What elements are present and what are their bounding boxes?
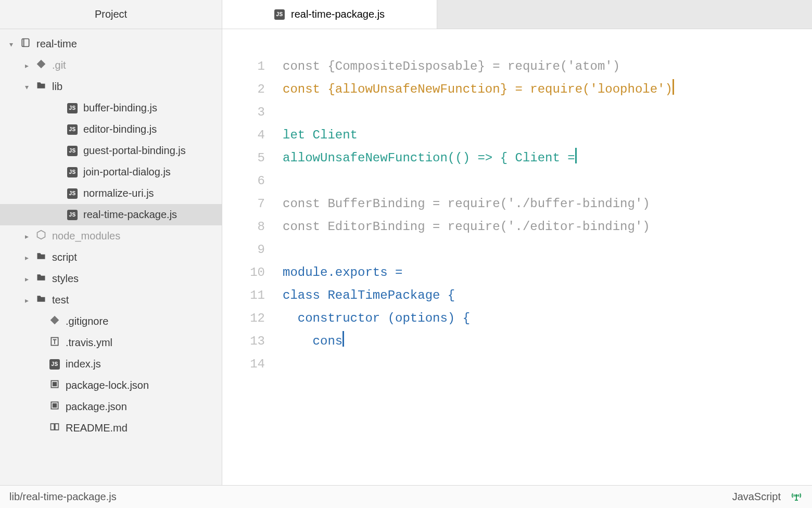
chevron-icon[interactable]: ▸ xyxy=(23,232,30,240)
chevron-icon[interactable]: ▾ xyxy=(7,40,15,48)
tree-item-label: guest-portal-binding.js xyxy=(83,145,186,157)
tree-item-label: real-time xyxy=(36,38,77,50)
code-token: allowUnsafeNewFunction(() => { Client = xyxy=(283,151,575,165)
tree-item[interactable]: ▸test xyxy=(0,289,222,311)
code-line[interactable]: class RealTimePackage { xyxy=(283,284,812,307)
svg-rect-0 xyxy=(22,39,29,47)
tree-item[interactable]: JSeditor-binding.js xyxy=(0,119,222,140)
js-icon: JS xyxy=(67,145,78,157)
node-icon xyxy=(35,231,47,242)
tree-item[interactable]: package.json xyxy=(0,396,222,417)
line-number: 6 xyxy=(222,170,265,193)
tree-item-label: buffer-binding.js xyxy=(83,102,157,114)
tree-item[interactable]: ▸script xyxy=(0,247,222,268)
tree-item[interactable]: JSbuffer-binding.js xyxy=(0,97,222,119)
tab-label: real-time-package.js xyxy=(291,8,385,20)
code-line[interactable] xyxy=(283,170,812,193)
line-number: 10 xyxy=(222,261,265,284)
tree-item[interactable]: ▸styles xyxy=(0,268,222,289)
js-icon: JS xyxy=(67,167,78,178)
code-line[interactable]: const EditorBinding = require('./editor-… xyxy=(283,215,812,238)
tree-item-label: editor-binding.js xyxy=(83,123,157,135)
broadcast-icon[interactable] xyxy=(790,489,803,504)
tree-item[interactable]: ▸node_modules xyxy=(0,225,222,247)
text-icon xyxy=(49,337,60,349)
tree-item-label: .gitignore xyxy=(66,315,108,327)
tree-item[interactable]: .gitignore xyxy=(0,311,222,332)
json-icon xyxy=(49,401,60,413)
tree-item[interactable]: ▸.git xyxy=(0,55,222,76)
line-number: 7 xyxy=(222,193,265,215)
folder-icon xyxy=(35,81,47,93)
line-number: 2 xyxy=(222,78,265,101)
text-editor[interactable]: 1234567891011121314 const {CompositeDisp… xyxy=(222,29,812,485)
line-number: 1 xyxy=(222,55,265,78)
tree-item[interactable]: README.md xyxy=(0,417,222,439)
book-icon xyxy=(49,423,60,434)
tree-item-label: README.md xyxy=(66,422,128,434)
code-token: class RealTimePackage { xyxy=(283,288,455,302)
code-line[interactable]: const {allowUnsafeNewFunction} = require… xyxy=(283,78,812,101)
sidebar-title: Project xyxy=(0,0,222,29)
tab-bar[interactable]: JS real-time-package.js xyxy=(222,0,812,29)
tree-item-label: package.json xyxy=(66,401,127,413)
repo-icon xyxy=(20,39,31,50)
line-number: 3 xyxy=(222,101,265,124)
tree-item[interactable]: .travis.yml xyxy=(0,332,222,353)
chevron-icon[interactable]: ▾ xyxy=(23,83,30,91)
chevron-icon[interactable]: ▸ xyxy=(23,253,30,262)
tree-item-label: join-portal-dialog.js xyxy=(83,166,171,178)
code-line[interactable]: constructor (options) { xyxy=(283,307,812,330)
status-bar: lib/real-time-package.js JavaScript xyxy=(0,485,812,508)
tree-item[interactable]: JSindex.js xyxy=(0,353,222,375)
code-token: const BufferBinding = require('./buffer-… xyxy=(283,197,650,211)
tree-item-label: .git xyxy=(52,59,66,71)
code-token: const {CompositeDisposable} = require('a… xyxy=(283,59,620,73)
chevron-icon[interactable]: ▸ xyxy=(23,296,30,304)
code-line[interactable]: const {CompositeDisposable} = require('a… xyxy=(283,55,812,78)
code-content[interactable]: const {CompositeDisposable} = require('a… xyxy=(283,55,812,485)
collaborator-cursor xyxy=(575,148,577,163)
chevron-icon[interactable]: ▸ xyxy=(23,61,30,70)
js-file-icon: JS xyxy=(274,9,285,20)
tree-item[interactable]: JSguest-portal-binding.js xyxy=(0,140,222,161)
tree-item[interactable]: JSnormalize-uri.js xyxy=(0,183,222,204)
code-token: module.exports = xyxy=(283,265,402,280)
line-number: 8 xyxy=(222,215,265,238)
js-icon: JS xyxy=(67,103,78,114)
editor-area: JS real-time-package.js 1234567891011121… xyxy=(222,0,812,485)
status-grammar[interactable]: JavaScript xyxy=(732,491,781,503)
code-line[interactable]: cons xyxy=(283,330,812,353)
js-icon: JS xyxy=(49,359,60,370)
code-line[interactable] xyxy=(283,353,812,376)
git-icon xyxy=(49,316,60,327)
chevron-icon[interactable]: ▸ xyxy=(23,275,30,283)
file-tree[interactable]: ▾real-time▸.git▾libJSbuffer-binding.jsJS… xyxy=(0,29,222,485)
json-icon xyxy=(49,380,60,391)
tree-item[interactable]: package-lock.json xyxy=(0,375,222,396)
tree-item-label: script xyxy=(52,251,77,263)
code-line[interactable]: let Client xyxy=(283,124,812,147)
tree-item-label: package-lock.json xyxy=(66,379,149,391)
code-line[interactable]: allowUnsafeNewFunction(() => { Client = xyxy=(283,147,812,170)
collaborator-cursor xyxy=(342,331,344,347)
tree-item-label: styles xyxy=(52,273,79,285)
code-token: const EditorBinding = require('./editor-… xyxy=(283,220,650,234)
code-line[interactable] xyxy=(283,238,812,261)
gutter: 1234567891011121314 xyxy=(222,55,283,485)
code-token: let Client xyxy=(283,128,358,142)
code-line[interactable] xyxy=(283,101,812,124)
tree-item[interactable]: JSreal-time-package.js xyxy=(0,204,222,225)
tree-item[interactable]: ▾real-time xyxy=(0,33,222,55)
tree-item-label: real-time-package.js xyxy=(83,209,177,221)
collaborator-cursor xyxy=(673,79,674,95)
git-icon xyxy=(35,60,47,71)
tree-item[interactable]: ▾lib xyxy=(0,76,222,97)
line-number: 13 xyxy=(222,330,265,353)
status-file-path: lib/real-time-package.js xyxy=(9,491,117,503)
code-line[interactable]: const BufferBinding = require('./buffer-… xyxy=(283,193,812,215)
code-token: constructor (options) { xyxy=(283,311,470,325)
code-line[interactable]: module.exports = xyxy=(283,261,812,284)
tree-item[interactable]: JSjoin-portal-dialog.js xyxy=(0,161,222,183)
tab-active[interactable]: JS real-time-package.js xyxy=(222,0,437,29)
